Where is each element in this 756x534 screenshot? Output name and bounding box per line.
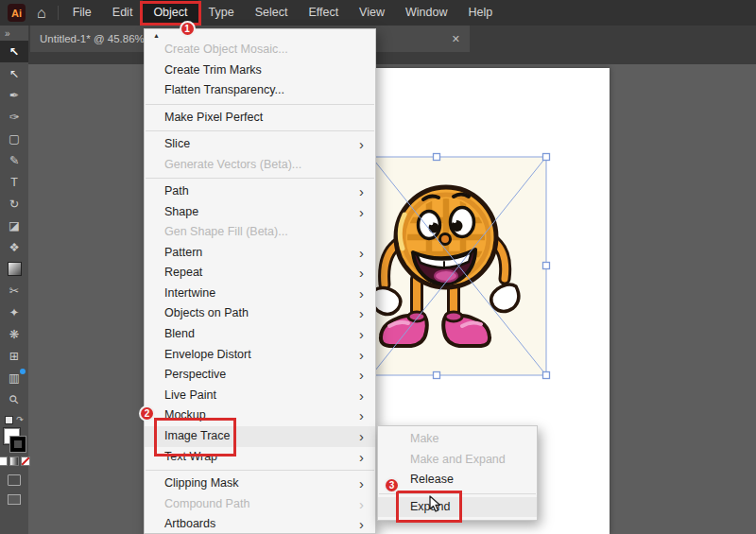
object-menu-item-blend[interactable]: Blend›	[145, 324, 375, 345]
swap-fill-stroke-icon[interactable]: ↷	[16, 416, 24, 424]
selection-bounding-box[interactable]	[367, 151, 561, 383]
object-menu-item-pattern[interactable]: Pattern›	[145, 243, 375, 264]
tab-close-icon[interactable]: ✕	[452, 33, 460, 45]
object-menu-item-perspective[interactable]: Perspective›	[145, 365, 375, 386]
menubar-divider	[58, 6, 59, 20]
artboard-tool-icon[interactable]: ⊞	[0, 345, 28, 367]
object-menu-item-live-paint[interactable]: Live Paint›	[145, 386, 375, 406]
menubar-item-effect[interactable]: Effect	[298, 0, 349, 26]
menu-item-label: Blend	[164, 324, 359, 345]
menu-scroll-up-icon: ▲	[153, 32, 160, 39]
step2-highlight-rect	[154, 418, 236, 456]
object-menu-item-create-object-mosaic: Create Object Mosaic...	[145, 40, 375, 60]
selection-tool-icon-glyph: ↖	[9, 44, 19, 59]
none-button[interactable]	[21, 456, 30, 466]
zoom-tool-icon[interactable]: ⚲	[0, 388, 28, 410]
menu-separator	[146, 470, 374, 471]
object-menu-item-clipping-mask[interactable]: Clipping Mask›	[145, 474, 375, 494]
curvature-tool-icon[interactable]: ✑	[0, 106, 28, 128]
submenu-item-release[interactable]: Release	[378, 470, 537, 491]
rotate-tool-icon[interactable]: ↻	[0, 193, 28, 215]
object-menu-item-objects-on-path[interactable]: Objects on Path›	[145, 303, 375, 324]
direct-selection-tool-icon[interactable]: ↖	[0, 62, 28, 84]
symbol-sprayer-tool-icon[interactable]: ❋	[0, 323, 28, 345]
default-swatches-row[interactable]: ↷	[5, 414, 24, 425]
rectangle-tool-icon[interactable]: ▢	[0, 128, 28, 149]
object-menu-dropdown: ▲ Create Object Mosaic...Create Trim Mar…	[144, 28, 376, 534]
knife-tool-icon-glyph: ✂	[9, 284, 19, 298]
stroke-color-swatch[interactable]	[10, 437, 26, 452]
submenu-arrow-icon: ›	[359, 474, 364, 494]
screen-mode-button[interactable]	[8, 494, 21, 505]
illustrator-window: Untitled-1* @ 45.86% (CMYK/Preview) ✕ Ai…	[0, 0, 756, 534]
object-menu-item-path[interactable]: Path›	[145, 181, 375, 202]
menu-item-label: Path	[164, 181, 359, 202]
object-menu-item-flatten-transparency[interactable]: Flatten Transparency...	[145, 80, 375, 101]
paintbrush-tool-icon[interactable]: ✎	[0, 149, 28, 171]
paintbrush-tool-icon-glyph: ✎	[9, 153, 19, 167]
submenu-arrow-icon: ›	[359, 494, 364, 515]
menubar-item-select[interactable]: Select	[245, 0, 299, 26]
menubar-item-view[interactable]: View	[349, 0, 395, 26]
object-menu-item-artboards[interactable]: Artboards›	[145, 514, 375, 534]
color-button[interactable]	[0, 456, 8, 466]
eraser-tool-icon[interactable]: ◪	[0, 215, 28, 236]
menu-item-label: Perspective	[164, 365, 359, 386]
default-fill-stroke-icon[interactable]	[5, 416, 13, 424]
shape-builder-tool-icon-glyph: ❖	[9, 240, 19, 254]
object-menu-item-repeat[interactable]: Repeat›	[145, 263, 375, 284]
artboard-tool-icon-glyph: ⊞	[9, 349, 19, 363]
submenu-arrow-icon: ›	[359, 263, 364, 284]
menu-item-label: Shape	[164, 202, 359, 223]
object-menu-item-slice[interactable]: Slice›	[145, 134, 375, 155]
menu-item-label: Clipping Mask	[164, 474, 359, 494]
pen-tool-icon-glyph: ✒	[9, 88, 19, 102]
draw-mode-button[interactable]	[8, 474, 21, 486]
type-tool-icon[interactable]: T	[0, 171, 28, 193]
menubar-items: FileEditObjectTypeSelectEffectViewWindow…	[62, 0, 504, 26]
object-menu-item-intertwine[interactable]: Intertwine›	[145, 284, 375, 304]
menu-item-label: Artboards	[164, 514, 359, 534]
menubar-item-help[interactable]: Help	[457, 0, 503, 26]
knife-tool-icon[interactable]: ✂	[0, 280, 28, 301]
home-icon[interactable]: ⌂	[37, 0, 46, 26]
pen-tool-icon[interactable]: ✒	[0, 84, 28, 106]
document-tab-bar: Untitled-1* @ 45.86% (CMYK/Preview) ✕	[28, 26, 756, 64]
zoom-tool-icon-glyph: ⚲	[6, 391, 22, 407]
rotate-tool-icon-glyph: ↻	[9, 197, 19, 211]
collapse-panels-icon-glyph: »	[5, 28, 10, 39]
object-menu-item-shape[interactable]: Shape›	[145, 202, 375, 223]
object-menu-item-create-trim-marks[interactable]: Create Trim Marks	[145, 60, 375, 81]
rectangle-tool-icon-glyph: ▢	[9, 131, 20, 146]
menubar-item-window[interactable]: Window	[395, 0, 457, 26]
gradient-tool-icon-glyph	[8, 262, 22, 276]
eyedropper-tool-icon[interactable]: ✦	[0, 301, 28, 323]
menu-item-label: Objects on Path	[164, 303, 359, 324]
step2-badge: 2	[139, 405, 155, 422]
color-controls: ↷	[0, 414, 30, 505]
menu-item-label: Flatten Transparency...	[164, 80, 364, 101]
selection-tool-icon[interactable]: ↖	[0, 41, 28, 62]
eraser-tool-icon-glyph: ◪	[9, 218, 20, 233]
gradient-button[interactable]	[9, 456, 19, 466]
object-menu-item-generate-vectors-beta: Generate Vectors (Beta)...	[145, 155, 375, 176]
object-menu-item-envelope-distort[interactable]: Envelope Distort›	[145, 345, 375, 366]
menubar-item-type[interactable]: Type	[198, 0, 245, 26]
submenu-arrow-icon: ›	[359, 181, 364, 202]
object-menu-item-make-pixel-perfect[interactable]: Make Pixel Perfect	[145, 108, 375, 129]
shape-builder-tool-icon[interactable]: ❖	[0, 236, 28, 258]
submenu-arrow-icon: ›	[359, 426, 364, 447]
menubar-item-file[interactable]: File	[62, 0, 102, 26]
collapse-panels-icon[interactable]: »	[0, 26, 28, 41]
menu-separator	[146, 104, 374, 105]
menu-item-label: Make	[410, 429, 525, 450]
submenu-arrow-icon: ›	[359, 405, 364, 426]
menu-separator	[146, 178, 374, 179]
menubar-item-edit[interactable]: Edit	[102, 0, 144, 26]
graph-tool-icon[interactable]: ▥	[0, 367, 28, 388]
menu-item-label: Compound Path	[164, 494, 359, 515]
menu-item-label: Create Trim Marks	[164, 60, 364, 81]
step3-badge: 3	[384, 477, 400, 493]
gradient-tool-icon[interactable]	[0, 258, 28, 280]
menu-item-label: Gen Shape Fill (Beta)...	[164, 222, 364, 243]
